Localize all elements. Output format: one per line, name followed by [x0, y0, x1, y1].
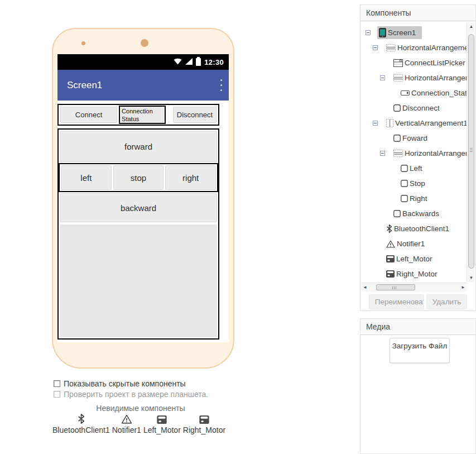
listpicker-icon — [393, 59, 403, 67]
invisible-components-row: BluetoothClient1 Notifier1 Left_Motor Ri… — [52, 413, 225, 434]
tree-item-label: Notifier1 — [397, 240, 425, 248]
tablet-preview-label: Проверить проект в размере планшета. — [64, 390, 208, 399]
tree-item-stop[interactable]: Stop — [360, 176, 467, 191]
backward-button[interactable]: backward — [60, 193, 217, 222]
tree-item-label: ConnectListPicker — [405, 59, 465, 67]
motor-icon — [386, 255, 395, 262]
tree-item-label: VerticalArrangement1 — [395, 119, 467, 127]
connection-status-label[interactable]: Connection Status — [120, 107, 165, 125]
varrange-icon — [386, 119, 393, 127]
scroll-down-arrow-icon[interactable]: ▼ — [467, 274, 475, 282]
tree-item-foward[interactable]: Foward — [360, 131, 467, 146]
tree-item-label: Disconnect — [402, 104, 440, 112]
tree-item-left_motor[interactable]: Left_Motor — [360, 251, 467, 266]
tree-item-label: HorizontalArrangement1 — [397, 44, 467, 52]
motor-icon — [199, 413, 209, 424]
tree-item-notifier1[interactable]: Notifier1 — [360, 236, 467, 251]
phone-camera-dot — [141, 39, 148, 47]
tree-item-screen1[interactable]: Screen1 — [360, 25, 467, 40]
harrange-icon — [393, 150, 403, 157]
vertical-scrollbar[interactable]: ▲ ▼ — [467, 23, 475, 282]
collapse-toggle-icon[interactable] — [380, 151, 385, 156]
collapse-toggle-icon[interactable] — [380, 75, 385, 80]
tree-item-label: Stop — [410, 179, 425, 188]
tree-item-right_motor[interactable]: Right_Motor — [360, 266, 467, 281]
tree-item-horizontalarrangement2[interactable]: HorizontalArrangement2 — [360, 70, 467, 85]
phone-mockup: 12:30 Screen1 Connect Connection Status … — [52, 28, 234, 369]
screen-icon — [379, 28, 386, 37]
horizontal-arrangement-2[interactable]: Connection Status — [119, 106, 166, 124]
vertical-scroll-thumb[interactable] — [468, 34, 474, 269]
scroll-right-arrow-icon[interactable]: ► — [461, 283, 465, 292]
screen-title: Screen1 — [57, 80, 102, 91]
tree-item-bluetoothclient1[interactable]: BluetoothClient1 — [360, 221, 467, 236]
harrange-icon — [386, 44, 396, 51]
tree-item-connectlistpicker[interactable]: ConnectListPicker — [360, 55, 467, 70]
tree-item-label: Screen1 — [388, 28, 416, 37]
media-panel: Медиа Загрузить Файл — [360, 318, 476, 454]
status-bar: 12:30 — [57, 54, 229, 70]
button-icon — [401, 180, 408, 187]
collapse-toggle-icon[interactable] — [366, 30, 371, 35]
tree-item-horizontalarrangement3[interactable]: HorizontalArrangement3 — [360, 146, 467, 161]
invisible-left-motor[interactable]: Left_Motor — [143, 413, 181, 434]
tree-item-backwards[interactable]: Backwards — [360, 206, 467, 221]
horizontal-arrangement-3[interactable]: left stop right — [59, 163, 218, 192]
show-hidden-label: Показывать скрытые компоненты — [64, 379, 186, 388]
scroll-left-arrow-icon[interactable]: ◄ — [363, 283, 367, 292]
notifier-icon — [121, 413, 132, 424]
tree-item-label: HorizontalArrangement3 — [405, 149, 467, 157]
upload-file-button[interactable]: Загрузить Файл — [390, 338, 450, 363]
cell-signal-icon — [185, 57, 193, 67]
app-inventor-designer: 12:30 Screen1 Connect Connection Status … — [0, 0, 476, 454]
arrangement-empty-space — [60, 224, 217, 337]
stop-button[interactable]: stop — [113, 165, 164, 190]
tablet-preview-option: Проверить проект в размере планшета. — [54, 390, 208, 399]
motor-icon — [157, 413, 167, 424]
invisible-right-motor[interactable]: Right_Motor — [183, 413, 225, 434]
tree-item-label: Connection_Status — [411, 89, 467, 97]
connect-button[interactable]: Connect — [60, 107, 117, 123]
invisible-bluetoothclient[interactable]: BluetoothClient1 — [52, 413, 110, 434]
tree-item-verticalarrangement1[interactable]: VerticalArrangement1 — [360, 116, 467, 131]
show-hidden-checkbox[interactable] — [54, 380, 60, 387]
harrange-icon — [393, 74, 403, 82]
right-button[interactable]: right — [165, 165, 216, 190]
tree-item-label: Foward — [402, 134, 427, 142]
notifier-icon — [386, 240, 395, 248]
media-panel-title: Медиа — [360, 319, 475, 335]
components-panel: Компоненты Screen1HorizontalArrangement1… — [360, 4, 476, 311]
delete-button[interactable]: Удалить — [426, 294, 468, 309]
scroll-up-arrow-icon[interactable]: ▲ — [467, 23, 475, 31]
tree-item-label: Left — [410, 164, 422, 173]
screen-content: Connect Connection Status Disconnect for… — [57, 101, 229, 342]
tree-item-right[interactable]: Right — [360, 191, 467, 206]
button-icon — [393, 135, 401, 142]
tree-item-disconnect[interactable]: Disconnect — [360, 101, 467, 116]
invisible-notifier[interactable]: Notifier1 — [112, 413, 141, 434]
collapse-toggle-icon[interactable] — [373, 121, 378, 126]
button-icon — [401, 165, 408, 172]
horizontal-scrollbar[interactable]: ◄ ► — [361, 283, 467, 291]
tree-item-left[interactable]: Left — [360, 161, 467, 176]
disconnect-button[interactable]: Disconnect — [173, 107, 217, 123]
tree-item-label: BluetoothClient1 — [394, 224, 449, 233]
invisible-components-heading: Невидимые компоненты — [51, 404, 230, 413]
collapse-toggle-icon[interactable] — [373, 45, 378, 50]
tree-item-connection_status[interactable]: Connection_Status — [360, 85, 467, 101]
tablet-preview-checkbox[interactable] — [54, 391, 60, 398]
status-time: 12:30 — [204, 58, 224, 66]
tree-item-horizontalarrangement1[interactable]: HorizontalArrangement1 — [360, 40, 467, 55]
vertical-arrangement-1[interactable]: forward left stop right backward — [57, 128, 219, 340]
title-bar: Screen1 — [57, 70, 229, 101]
rename-button[interactable]: Переименовать — [369, 294, 424, 309]
show-hidden-components-option: Показывать скрытые компоненты — [54, 379, 186, 388]
horizontal-scroll-thumb[interactable] — [376, 284, 415, 290]
overflow-menu-icon[interactable] — [220, 79, 222, 91]
left-button[interactable]: left — [61, 165, 112, 190]
horizontal-arrangement-1[interactable]: Connect Connection Status Disconnect — [57, 104, 219, 126]
forward-button[interactable]: forward — [60, 131, 217, 162]
button-icon — [393, 210, 401, 217]
phone-screen: 12:30 Screen1 Connect Connection Status … — [57, 54, 229, 342]
tree-actions: Переименовать Удалить — [360, 294, 475, 309]
